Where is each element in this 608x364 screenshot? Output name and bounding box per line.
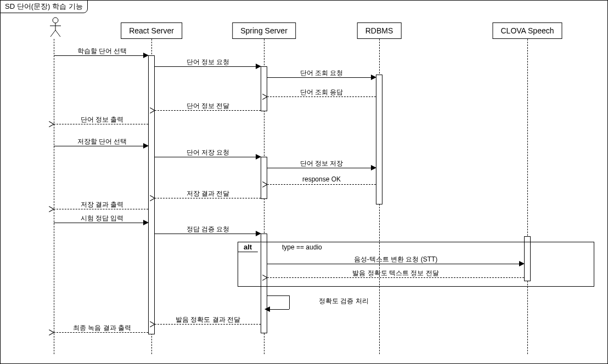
label-m7: 저장할 단어 선택	[77, 137, 127, 146]
label-m5: 단어 정보 전달	[187, 101, 230, 111]
activation-react	[148, 55, 155, 334]
arrowhead-m3	[371, 75, 376, 80]
arrowhead-m9	[371, 165, 376, 170]
lifeline-clova	[527, 39, 528, 354]
arrowhead-m14	[256, 231, 261, 236]
arrowhead-m8	[256, 154, 261, 160]
label-m17: 정확도 검증 처리	[319, 297, 369, 306]
svg-line-3	[50, 30, 55, 37]
svg-point-0	[53, 18, 58, 23]
arrowhead-m7	[143, 143, 149, 149]
actor-user	[47, 17, 64, 38]
activation-rdbms-1	[376, 75, 382, 204]
label-m2: 단어 정보 요청	[187, 58, 230, 67]
participant-rdbms: RDBMS	[357, 22, 402, 39]
alt-label: alt	[238, 242, 261, 252]
label-m4: 단어 조회 응답	[300, 88, 344, 97]
arrowhead-m2	[256, 64, 261, 69]
label-m11: 저장 결과 전달	[187, 189, 230, 198]
label-m12: 저장 결과 출력	[81, 200, 124, 209]
arrowhead-m1	[143, 53, 149, 58]
label-m14: 정답 검증 요청	[187, 225, 230, 234]
participant-clova: CLOVA Speech	[492, 22, 562, 39]
label-m3: 단어 조회 요청	[300, 69, 344, 78]
label-m18: 발음 정확도 결과 전달	[176, 315, 240, 325]
label-m1: 학습할 단어 선택	[77, 47, 127, 56]
alt-guard: type == audio	[282, 243, 322, 251]
arrowhead-m13	[143, 220, 149, 225]
label-m15: 음성-텍스트 변환 요청 (STT)	[354, 255, 438, 264]
label-m13: 시험 정답 입력	[81, 214, 124, 223]
participant-spring: Spring Server	[232, 22, 296, 39]
svg-line-4	[55, 30, 60, 37]
label-m10: response OK	[302, 175, 341, 183]
sequence-diagram: SD 단어(문장) 학습 기능 React Server Spring Serv…	[0, 0, 608, 364]
lifeline-actor	[54, 39, 54, 354]
label-m16: 발음 정확도 텍스트 정보 전달	[352, 269, 438, 278]
label-m8: 단어 저장 요청	[187, 148, 230, 157]
label-m19: 최종 녹음 결과 출력	[73, 323, 131, 333]
label-m6: 단어 정보 출력	[81, 115, 124, 124]
activation-spring-2	[261, 157, 267, 199]
label-m9: 단어 정보 저장	[300, 159, 344, 168]
arrow-m10	[267, 184, 376, 185]
alt-frame: alt type == audio	[238, 242, 594, 287]
activation-spring-1	[261, 66, 267, 111]
arrowhead-m15	[519, 261, 525, 266]
diagram-title: SD 단어(문장) 학습 기능	[0, 0, 88, 13]
participant-react: React Server	[121, 22, 182, 39]
